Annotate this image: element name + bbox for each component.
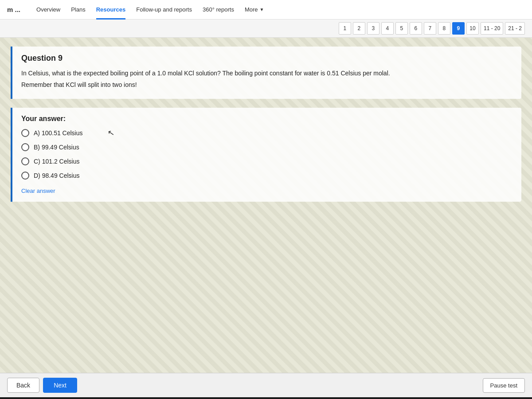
page-btn-5[interactable]: 5 <box>395 22 408 35</box>
page-btn-21[interactable]: 21 - 2 <box>505 22 525 35</box>
nav-item-resources[interactable]: Resources <box>91 0 131 20</box>
option-b-label: B) 99.49 Celsius <box>34 144 79 151</box>
page-btn-4[interactable]: 4 <box>381 22 394 35</box>
main-content: Question 9 In Celsius, what is the expec… <box>0 38 532 373</box>
page-btn-11-20[interactable]: 11 - 20 <box>481 22 503 35</box>
chevron-down-icon: ▼ <box>260 7 264 12</box>
page-btn-7[interactable]: 7 <box>424 22 436 35</box>
page-btn-2[interactable]: 2 <box>353 22 365 35</box>
page-btn-9[interactable]: 9 <box>452 22 465 35</box>
option-a-row[interactable]: A) 100.51 Celsius ↖ <box>21 129 512 137</box>
option-d-row[interactable]: D) 98.49 Celsius <box>21 172 512 180</box>
radio-option-a[interactable] <box>21 129 29 137</box>
your-answer-label: Your answer: <box>21 115 512 123</box>
question-number: Question 9 <box>21 54 512 63</box>
page-btn-10[interactable]: 10 <box>466 22 479 35</box>
question-text-line1: In Celsius, what is the expected boiling… <box>21 68 512 78</box>
option-b-row[interactable]: B) 99.49 Celsius <box>21 143 512 151</box>
navigation-buttons: Back Next <box>7 378 77 393</box>
radio-option-c[interactable] <box>21 157 29 165</box>
cursor-icon: ↖ <box>107 128 115 138</box>
nav-item-360reports[interactable]: 360° reports <box>197 0 239 20</box>
question-text-line2: Remember that KCl will split into two io… <box>21 80 512 90</box>
nav-item-plans[interactable]: Plans <box>66 0 91 20</box>
nav-item-overview[interactable]: Overview <box>31 0 66 20</box>
option-c-row[interactable]: C) 101.2 Celsius <box>21 157 512 165</box>
bottom-bar: Back Next Pause test <box>0 373 532 397</box>
page-btn-6[interactable]: 6 <box>410 22 422 35</box>
question-container: Question 9 In Celsius, what is the expec… <box>11 47 521 99</box>
answer-section: Your answer: A) 100.51 Celsius ↖ B) 99.4… <box>11 108 521 202</box>
pagination-bar: 1 2 3 4 5 6 7 8 9 10 11 - 20 21 - 2 <box>0 20 532 38</box>
back-button[interactable]: Back <box>7 378 39 393</box>
top-navigation: m ... Overview Plans Resources Follow-up… <box>0 0 532 20</box>
nav-item-followup[interactable]: Follow-up and reports <box>131 0 197 20</box>
radio-option-b[interactable] <box>21 143 29 151</box>
clear-answer-link[interactable]: Clear answer <box>21 188 55 194</box>
taskbar: ✏ US ℹ ▽ □ <box>0 397 532 399</box>
page-btn-3[interactable]: 3 <box>367 22 379 35</box>
next-button[interactable]: Next <box>43 378 77 393</box>
page-btn-8[interactable]: 8 <box>438 22 450 35</box>
option-d-label: D) 98.49 Celsius <box>34 172 80 179</box>
pause-test-button[interactable]: Pause test <box>483 378 525 393</box>
option-c-label: C) 101.2 Celsius <box>34 158 80 165</box>
page-btn-1[interactable]: 1 <box>339 22 351 35</box>
nav-logo: m ... <box>7 6 20 13</box>
radio-option-d[interactable] <box>21 172 29 180</box>
option-a-label: A) 100.51 Celsius <box>34 129 83 137</box>
nav-item-more[interactable]: More ▼ <box>239 0 270 20</box>
